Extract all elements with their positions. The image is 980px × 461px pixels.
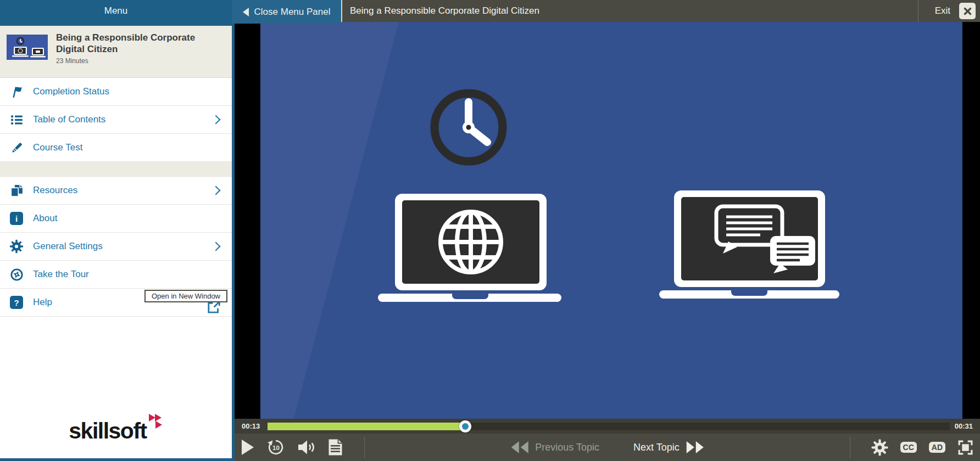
close-menu-panel-label: Close Menu Panel <box>254 7 331 18</box>
skillsoft-logo: skillsoft <box>0 418 232 444</box>
previous-topic-label: Previous Topic <box>535 442 599 453</box>
completion-flag-icon <box>9 85 24 99</box>
video-stage[interactable] <box>260 22 962 419</box>
info-icon: i <box>9 211 24 226</box>
laptop-chat-icon <box>659 190 839 299</box>
sidebar-item-label: Completion Status <box>33 86 109 97</box>
course-title-text: Being a Responsible Corporate Digital Ci… <box>350 5 539 16</box>
documents-icon <box>9 183 24 198</box>
course-duration: 23 Minutes <box>56 57 215 65</box>
video-illustration <box>260 22 962 419</box>
audio-description-button[interactable]: AD <box>929 442 945 453</box>
video-letterbox <box>235 22 980 419</box>
rewind-10-icon: 10 <box>267 438 285 456</box>
chevron-right-icon <box>211 242 221 251</box>
close-x-icon <box>964 7 972 15</box>
exit-close-button[interactable] <box>959 3 976 19</box>
sidebar-item-label: Take the Tour <box>33 269 89 280</box>
course-header: Being a Responsible Corporate Digital Ci… <box>0 26 232 78</box>
speaker-icon <box>297 439 315 456</box>
settings-gear-icon <box>871 439 888 456</box>
progress-bar-row: 00:13 00:31 <box>235 419 980 434</box>
closed-captions-button[interactable]: CC <box>900 442 917 453</box>
controls-divider <box>850 436 850 458</box>
open-in-new-window-tooltip: Open in New Window <box>144 290 227 302</box>
clock-icon <box>435 93 503 161</box>
laptop-globe-icon <box>378 194 561 302</box>
seek-progress-fill <box>268 423 465 430</box>
sidebar-item-label: General Settings <box>33 241 103 252</box>
sidebar-item-take-the-tour[interactable]: Take the Tour <box>0 261 232 289</box>
chevron-right-icon <box>211 115 221 125</box>
gear-icon <box>9 239 24 254</box>
settings-button[interactable] <box>871 439 888 456</box>
previous-arrows-icon <box>511 441 528 453</box>
sidebar-item-general-settings[interactable]: General Settings <box>0 233 232 261</box>
sidebar-item-label: Help <box>33 297 52 308</box>
close-menu-panel-button[interactable]: Close Menu Panel <box>232 0 341 24</box>
transcript-button[interactable] <box>328 438 343 456</box>
sidebar-item-label: Resources <box>33 185 77 196</box>
menu-panel-title: Menu <box>104 5 128 16</box>
sidebar-item-about[interactable]: i About <box>0 205 232 233</box>
sidebar-item-table-of-contents[interactable]: Table of Contents <box>0 106 232 134</box>
volume-button[interactable] <box>297 439 315 456</box>
sidebar-item-label: About <box>33 213 57 224</box>
player-controls-bar: 10 <box>235 434 980 461</box>
svg-text:10: 10 <box>272 445 280 451</box>
toc-list-icon <box>9 113 24 127</box>
next-topic-label: Next Topic <box>633 442 680 453</box>
exit-button-label[interactable]: Exit <box>935 5 950 16</box>
sidebar-item-label: Table of Contents <box>33 114 105 125</box>
course-player-window: Menu Close Menu Panel Being a Responsibl… <box>0 0 980 461</box>
previous-topic-button[interactable]: Previous Topic <box>511 441 599 453</box>
sidebar-item-resources[interactable]: Resources <box>0 177 232 205</box>
titlebar-divider <box>918 0 918 22</box>
seek-thumb[interactable] <box>459 420 471 432</box>
rewind-10-button[interactable]: 10 <box>267 438 285 456</box>
play-button[interactable] <box>241 439 254 456</box>
menu-sidebar: Being a Responsible Corporate Digital Ci… <box>0 22 235 461</box>
sidebar-section-spacer <box>0 162 232 177</box>
course-title-bar: Being a Responsible Corporate Digital Ci… <box>341 0 980 22</box>
chevron-right-icon <box>211 186 221 195</box>
next-arrows-icon <box>687 441 704 453</box>
seek-track[interactable] <box>268 423 950 430</box>
collapse-left-icon <box>243 8 249 16</box>
current-time: 00:13 <box>242 422 260 430</box>
course-thumbnail <box>7 35 48 60</box>
pencil-icon <box>9 140 24 155</box>
sidebar-item-course-test[interactable]: Course Test <box>0 134 232 162</box>
fullscreen-icon <box>957 440 973 456</box>
controls-divider <box>364 436 365 458</box>
menu-panel-header: Menu <box>0 0 232 22</box>
question-icon: ? <box>9 295 24 310</box>
skillsoft-logo-arrows-icon <box>149 414 164 429</box>
fullscreen-button[interactable] <box>957 440 973 456</box>
sidebar-item-completion-status[interactable]: Completion Status <box>0 78 232 106</box>
transcript-document-icon <box>328 438 343 456</box>
next-topic-button[interactable]: Next Topic <box>633 441 704 453</box>
total-time: 00:31 <box>955 422 973 430</box>
sidebar-item-label: Course Test <box>33 142 82 153</box>
compass-icon <box>9 267 24 282</box>
play-icon <box>241 439 254 456</box>
sidebar-course-title: Being a Responsible Corporate Digital Ci… <box>56 32 215 55</box>
